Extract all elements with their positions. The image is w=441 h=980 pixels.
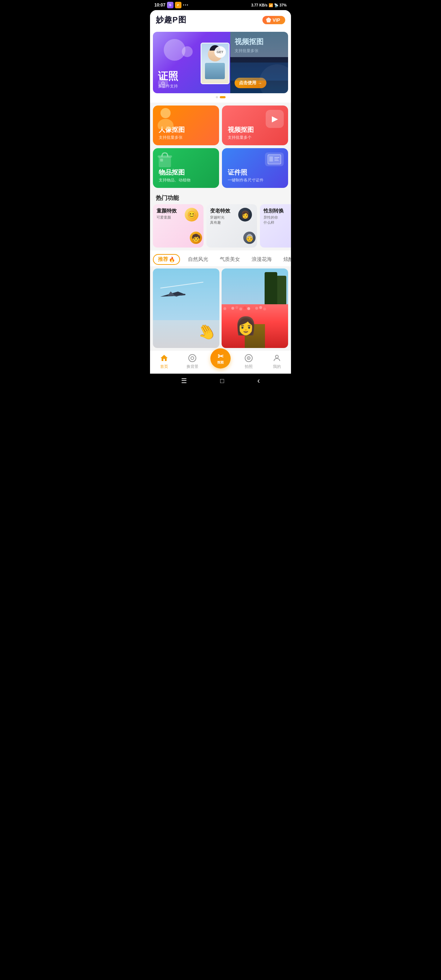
- tab-flowers[interactable]: 浪漫花海: [248, 254, 275, 266]
- face-inner-4: 👵: [243, 232, 256, 244]
- svg-point-16: [275, 355, 279, 358]
- svg-rect-4: [160, 159, 163, 162]
- banner-slide-2[interactable]: 视频抠图 支持批量多张 点击使用 →: [230, 32, 288, 93]
- tab-label-0: 推荐: [158, 256, 168, 263]
- system-bar: ☰ □ ‹: [150, 374, 291, 388]
- nav-item-home[interactable]: 首页: [153, 353, 175, 369]
- tab-label-3: 浪漫花海: [252, 256, 272, 262]
- feature-card-portrait[interactable]: 人像抠图 支持批量多张: [153, 105, 219, 145]
- profile-svg: [272, 354, 281, 363]
- feature-grid: 人像抠图 支持批量多张 ▶ 视频抠图 支持批量多个 物品抠图 支持物品、动植物: [150, 103, 291, 191]
- status-right: 3.77 KB/s 📶 📡 37%: [251, 3, 287, 7]
- nav-label-mine: 我的: [273, 364, 281, 369]
- image-grid: 🤚 👩: [150, 266, 291, 350]
- profile-icon: [272, 353, 282, 363]
- tab-nature[interactable]: 自然风光: [184, 254, 212, 266]
- img-card-2[interactable]: 👩: [221, 269, 288, 348]
- status-time: 10:07: [154, 3, 166, 8]
- home-svg: [160, 354, 169, 363]
- signal-icon: 📶: [269, 3, 273, 7]
- person-silhouette-icon: [156, 107, 176, 129]
- camera-svg: [244, 354, 253, 363]
- dot-1[interactable]: [216, 96, 218, 98]
- tree-2: [264, 272, 277, 305]
- banner-go-btn[interactable]: ⊙: [158, 78, 168, 88]
- banner-person-card: GET: [198, 43, 232, 93]
- hot-sub-1: 可爱童颜: [156, 215, 177, 220]
- face-circle-top-1: 😊: [185, 208, 199, 221]
- vip-badge[interactable]: VIP: [263, 16, 285, 24]
- face-circle-bottom-2: 👵: [243, 232, 256, 244]
- status-left: 10:07 S P ···: [154, 2, 189, 8]
- nav-item-background[interactable]: 换背景: [181, 353, 203, 369]
- camera-icon: [244, 353, 253, 363]
- feature-card-video[interactable]: ▶ 视频抠图 支持批量多个: [222, 105, 288, 145]
- hot-label-3: 性别转换 异性的你什么样: [264, 208, 284, 225]
- feature-sub-3: 支持物品、动植物: [159, 177, 213, 183]
- tab-label-1: 自然风光: [188, 256, 208, 262]
- nav-label-bg: 换背景: [186, 364, 199, 369]
- vip-label: VIP: [272, 18, 280, 23]
- banner[interactable]: 证照 多证件支持 GET ⊙: [153, 32, 288, 93]
- face-inner-1: 😊: [185, 208, 199, 221]
- more-apps: ···: [183, 2, 189, 8]
- svg-point-11: [189, 355, 196, 362]
- img-card-1[interactable]: 🤚: [153, 269, 220, 348]
- feature-card-item[interactable]: 物品抠图 支持物品、动植物: [153, 148, 219, 188]
- hot-label-1: 童颜特效 可爱童颜: [156, 208, 177, 220]
- soul-app-icon: S: [167, 2, 174, 8]
- cutout-label: 抠图: [217, 360, 224, 365]
- home-icon: [159, 353, 169, 363]
- dot-2[interactable]: [220, 96, 226, 98]
- tab-recommend[interactable]: 推荐 🔥: [153, 254, 180, 265]
- hot-title-3: 性别转换: [264, 208, 284, 214]
- tab-cool[interactable]: 炫酷: [280, 254, 291, 266]
- svg-rect-9: [274, 160, 279, 161]
- banner-container: 证照 多证件支持 GET ⊙: [150, 29, 291, 103]
- status-bar: 10:07 S P ··· 3.77 KB/s 📶 📡 37%: [150, 0, 291, 10]
- hot-scroll: 童颜特效 可爱童颜 😊 🧒 变老特效 穿越时光真有趣 👩 👵: [150, 204, 291, 250]
- svg-rect-2: [159, 156, 171, 167]
- tabs-container: 推荐 🔥 自然风光 气质美女 浪漫花海 炫酷: [150, 250, 291, 266]
- nav-label-home: 首页: [160, 364, 168, 369]
- bag-icon: [156, 150, 174, 170]
- hot-card-gender[interactable]: 性别转换 异性的你什么样 👩 👨: [260, 204, 291, 248]
- app-icon-2: P: [175, 2, 181, 8]
- hot-card-old[interactable]: 变老特效 穿越时光真有趣 👩 👵: [206, 204, 257, 248]
- hot-sub-2: 穿越时光真有趣: [210, 215, 230, 225]
- home-btn[interactable]: □: [220, 377, 224, 385]
- network-speed: 3.77 KB/s: [251, 3, 267, 7]
- menu-btn[interactable]: ☰: [181, 377, 187, 385]
- girl-figure: 👩: [235, 316, 256, 336]
- feature-sub-1: 支持批量多张: [159, 135, 213, 140]
- hot-card-child[interactable]: 童颜特效 可爱童颜 😊 🧒: [153, 204, 204, 248]
- fire-icon: 🔥: [169, 256, 175, 262]
- id-card-svg: [267, 154, 282, 165]
- background-icon: [188, 353, 197, 363]
- nav-item-cutout[interactable]: ✂ 抠图: [210, 354, 231, 369]
- banner-slide-1[interactable]: 证照 多证件支持 GET ⊙: [153, 32, 230, 93]
- hot-title-1: 童颜特效: [156, 208, 177, 214]
- face-inner-2: 🧒: [190, 232, 202, 244]
- plane-icon: [158, 287, 188, 302]
- svg-rect-7: [274, 157, 279, 158]
- svg-rect-6: [269, 156, 273, 162]
- nav-item-profile[interactable]: 我的: [266, 353, 288, 369]
- feature-title-3: 物品抠图: [159, 169, 213, 177]
- hot-label-2: 变老特效 穿越时光真有趣: [210, 208, 230, 225]
- cutout-btn[interactable]: ✂ 抠图: [210, 348, 231, 369]
- battery: 37%: [279, 3, 287, 7]
- face-circle-top-2: 👩: [238, 208, 252, 221]
- play-icon: ▶: [266, 110, 284, 128]
- tab-beauty[interactable]: 气质美女: [216, 254, 244, 266]
- wifi-icon: 📡: [274, 3, 279, 7]
- feature-title-4: 证件照: [228, 169, 282, 177]
- nav-item-photo[interactable]: 拍照: [238, 353, 260, 369]
- banner-dots: [153, 93, 288, 100]
- header: 妙趣P图 VIP: [150, 10, 291, 29]
- svg-point-0: [161, 108, 170, 118]
- feature-card-id[interactable]: 证件照 一键制作各尺寸证件: [222, 148, 288, 188]
- back-btn[interactable]: ‹: [257, 376, 260, 385]
- hot-sub-3: 异性的你什么样: [264, 215, 284, 225]
- id-card-icon: [265, 153, 284, 166]
